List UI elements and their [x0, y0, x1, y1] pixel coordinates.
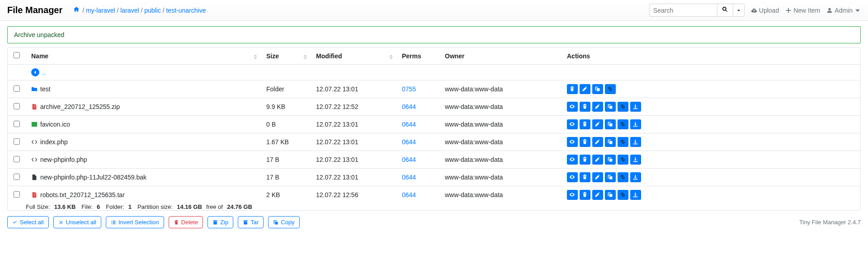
size-cell: 17 B	[261, 151, 311, 169]
row-checkbox[interactable]	[14, 174, 20, 180]
file-name-link[interactable]: favicon.ico	[40, 121, 70, 128]
rename-button[interactable]	[592, 137, 603, 147]
unselect-all-button[interactable]: Unselect all	[53, 216, 101, 228]
download-button[interactable]	[630, 102, 641, 112]
search-input[interactable]	[649, 4, 717, 17]
direct-link-button[interactable]	[618, 119, 628, 129]
select-all-checkbox[interactable]	[14, 52, 20, 58]
direct-link-icon	[607, 86, 613, 92]
breadcrumb-segment[interactable]: laravel	[120, 7, 139, 14]
preview-button[interactable]	[567, 119, 578, 129]
rename-button[interactable]	[592, 190, 603, 200]
search-dropdown[interactable]	[733, 4, 745, 17]
direct-link-button[interactable]	[605, 84, 616, 94]
file-name-link[interactable]: new-phpinfo.php-11Jul22-082459.bak	[40, 174, 146, 181]
delete-label: Delete	[181, 219, 198, 226]
row-checkbox[interactable]	[14, 138, 20, 145]
zip-button[interactable]: Zip	[208, 216, 233, 228]
direct-link-button[interactable]	[618, 137, 628, 147]
rename-button[interactable]	[592, 102, 603, 112]
file-name-link[interactable]: test	[40, 85, 51, 93]
download-button[interactable]	[630, 155, 641, 165]
summary-row: Full Size: 13.6 KB File: 6 Folder: 1 Par…	[8, 203, 860, 210]
copy-to-button[interactable]	[605, 155, 616, 165]
delete-icon	[582, 104, 588, 109]
delete-button[interactable]: Delete	[169, 216, 203, 228]
copy-to-button[interactable]	[605, 102, 616, 112]
rename-button[interactable]	[580, 84, 590, 94]
upload-link[interactable]: Upload	[751, 7, 779, 14]
modified-cell: 12.07.22 13:01	[311, 133, 396, 151]
admin-menu[interactable]: Admin	[826, 7, 861, 14]
download-button[interactable]	[630, 172, 641, 182]
perms-link[interactable]: 0644	[402, 138, 416, 146]
perms-link[interactable]: 0644	[402, 191, 416, 198]
copy-button[interactable]: Copy	[268, 216, 299, 228]
rename-button[interactable]	[592, 119, 603, 129]
direct-link-button[interactable]	[618, 102, 628, 112]
col-size[interactable]: Size	[261, 47, 311, 65]
delete-button[interactable]	[580, 137, 590, 147]
direct-link-button[interactable]	[618, 190, 628, 200]
select-all-button[interactable]: Select all	[7, 216, 49, 228]
perms-link[interactable]: 0644	[402, 103, 416, 110]
download-button[interactable]	[630, 137, 641, 147]
col-name[interactable]: Name	[26, 47, 261, 65]
tar-button[interactable]: Tar	[238, 216, 264, 228]
delete-button[interactable]	[567, 84, 578, 94]
code-icon	[31, 156, 38, 163]
file-name-link[interactable]: robots.txt_220712_125635.tar	[40, 191, 125, 198]
row-checkbox[interactable]	[14, 156, 20, 162]
file-table: Name Size Modified Perms Owner Actions .…	[8, 47, 860, 210]
copy-to-button[interactable]	[605, 172, 616, 182]
perms-link[interactable]: 0644	[402, 156, 416, 163]
direct-link-icon	[620, 139, 626, 145]
preview-button[interactable]	[567, 155, 578, 165]
perms-link[interactable]: 0755	[402, 85, 416, 93]
nav-right: Upload New Item Admin	[649, 4, 861, 17]
file-name-link[interactable]: new-phpinfo.php	[40, 156, 87, 163]
col-perms: Perms	[396, 47, 439, 65]
delete-button[interactable]	[580, 172, 590, 182]
delete-button[interactable]	[580, 102, 590, 112]
copy-to-button[interactable]	[592, 84, 603, 94]
row-checkbox[interactable]	[14, 121, 20, 127]
row-checkbox[interactable]	[14, 191, 20, 198]
row-checkbox[interactable]	[14, 103, 20, 109]
row-checkbox[interactable]	[14, 85, 20, 92]
invert-selection-button[interactable]: Invert Selection	[106, 216, 164, 228]
size-cell: 17 B	[261, 169, 311, 186]
full-size-label: Full Size:	[26, 203, 50, 210]
preview-button[interactable]	[567, 190, 578, 200]
owner-cell: www-data:www-data	[439, 151, 561, 169]
parent-link[interactable]: ..	[42, 69, 46, 76]
copy-to-button[interactable]	[605, 190, 616, 200]
direct-link-button[interactable]	[618, 172, 628, 182]
parent-row[interactable]: ..	[8, 65, 860, 80]
delete-button[interactable]	[580, 190, 590, 200]
breadcrumb-segment[interactable]: public	[144, 7, 161, 14]
rename-button[interactable]	[592, 155, 603, 165]
copy-to-button[interactable]	[605, 119, 616, 129]
breadcrumb-home[interactable]	[73, 6, 80, 14]
perms-link[interactable]: 0644	[402, 174, 416, 181]
direct-link-button[interactable]	[618, 155, 628, 165]
breadcrumb-segment[interactable]: my-laravel	[86, 7, 115, 14]
perms-link[interactable]: 0644	[402, 121, 416, 128]
preview-button[interactable]	[567, 102, 578, 112]
new-item-link[interactable]: New Item	[785, 7, 820, 14]
breadcrumb-segment[interactable]: test-unarchive	[166, 7, 206, 14]
download-button[interactable]	[630, 190, 641, 200]
preview-button[interactable]	[567, 137, 578, 147]
rename-button[interactable]	[592, 172, 603, 182]
preview-button[interactable]	[567, 172, 578, 182]
delete-button[interactable]	[580, 119, 590, 129]
col-modified[interactable]: Modified	[311, 47, 396, 65]
delete-button[interactable]	[580, 155, 590, 165]
search-button[interactable]	[717, 4, 733, 17]
direct-link-icon	[620, 121, 626, 127]
file-name-link[interactable]: archive_220712_125255.zip	[40, 103, 120, 110]
copy-to-button[interactable]	[605, 137, 616, 147]
download-button[interactable]	[630, 119, 641, 129]
file-name-link[interactable]: index.php	[40, 138, 68, 146]
